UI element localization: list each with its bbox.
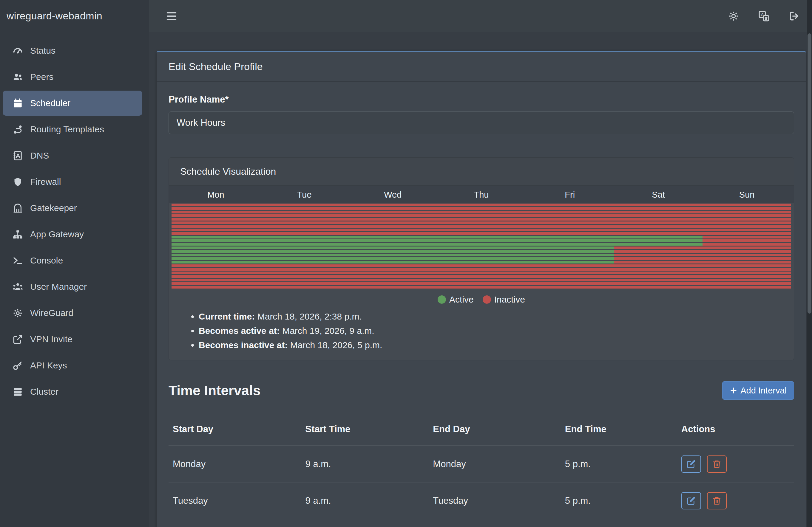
sidebar-item-label: Peers bbox=[30, 72, 54, 82]
sidebar-item-app-gateway[interactable]: App Gateway bbox=[3, 222, 142, 247]
sidebar-item-vpn-invite[interactable]: VPN Invite bbox=[3, 327, 142, 352]
legend-label-active: Active bbox=[449, 295, 474, 305]
sidebar-item-firewall[interactable]: Firewall bbox=[3, 169, 142, 194]
cell-inactive bbox=[526, 225, 614, 228]
cell-inactive bbox=[437, 279, 526, 281]
cell-inactive bbox=[172, 204, 260, 206]
cell-inactive bbox=[702, 246, 791, 249]
cell-inactive bbox=[348, 207, 437, 210]
cell-inactive bbox=[702, 265, 791, 267]
status-label: Becomes inactive at: bbox=[199, 340, 288, 350]
cell-inactive bbox=[172, 286, 260, 288]
cell-inactive bbox=[702, 286, 791, 288]
language-icon[interactable]: A bbox=[758, 11, 770, 22]
cell-inactive bbox=[437, 214, 526, 217]
cell-inactive bbox=[437, 218, 526, 221]
cell-inactive bbox=[702, 236, 791, 239]
cell-inactive bbox=[614, 211, 703, 213]
cell-inactive bbox=[702, 268, 791, 271]
vertical-scrollbar[interactable] bbox=[807, 0, 812, 527]
legend-label-inactive: Inactive bbox=[494, 295, 525, 305]
cell-inactive bbox=[348, 222, 437, 224]
cell-inactive bbox=[614, 232, 703, 235]
cell-inactive bbox=[348, 265, 437, 267]
main-column: A Edit Schedule Profile Profile Name* bbox=[149, 0, 812, 527]
sidebar-item-gatekeeper[interactable]: Gatekeeper bbox=[3, 196, 142, 221]
start-time-cell: 9 a.m. bbox=[301, 446, 429, 483]
edit-interval-button[interactable] bbox=[681, 492, 701, 509]
cell-inactive bbox=[260, 214, 349, 217]
cell-inactive bbox=[526, 218, 614, 221]
sidebar-item-peers[interactable]: Peers bbox=[3, 64, 142, 89]
sidebar-item-cluster[interactable]: Cluster bbox=[3, 379, 142, 404]
cell-inactive bbox=[172, 232, 260, 235]
panel-title: Schedule Visualization bbox=[180, 166, 782, 177]
cell-inactive bbox=[437, 265, 526, 267]
cell-inactive bbox=[348, 204, 437, 206]
delete-interval-button[interactable] bbox=[707, 492, 727, 509]
start-time-cell: 9 a.m. bbox=[301, 483, 429, 519]
key-icon bbox=[11, 360, 24, 371]
cell-inactive bbox=[348, 268, 437, 271]
cell-inactive bbox=[614, 272, 703, 274]
cell-active bbox=[260, 243, 349, 246]
cell-inactive bbox=[526, 286, 614, 288]
start-time-cell: 9 a.m. bbox=[301, 519, 429, 527]
sidebar-item-label: Scheduler bbox=[30, 98, 70, 108]
cell-inactive bbox=[437, 222, 526, 224]
cell-active bbox=[437, 243, 526, 246]
sidebar-item-dns[interactable]: DNS bbox=[3, 143, 142, 168]
cell-active bbox=[526, 236, 614, 239]
cell-inactive bbox=[702, 250, 791, 253]
cell-inactive bbox=[526, 214, 614, 217]
day-label-sun: Sun bbox=[702, 190, 791, 200]
edit-icon bbox=[686, 460, 696, 469]
cell-active bbox=[172, 243, 260, 246]
scrollbar-thumb[interactable] bbox=[808, 33, 811, 314]
sidebar-item-user-manager[interactable]: User Manager bbox=[3, 274, 142, 299]
cell-inactive bbox=[702, 239, 791, 242]
cell-inactive bbox=[614, 214, 703, 217]
hour-row-19 bbox=[172, 272, 791, 274]
cell-inactive bbox=[437, 272, 526, 274]
cell-inactive bbox=[526, 268, 614, 271]
cell-inactive bbox=[702, 232, 791, 235]
theme-sun-icon[interactable] bbox=[728, 11, 739, 22]
sidebar-item-api-keys[interactable]: API Keys bbox=[3, 353, 142, 378]
intervals-table: Start Day Start Time End Day End Time Ac… bbox=[169, 413, 794, 527]
cell-inactive bbox=[702, 211, 791, 213]
cell-inactive bbox=[526, 211, 614, 213]
cell-inactive bbox=[702, 272, 791, 274]
hour-row-14 bbox=[172, 254, 791, 256]
cell-inactive bbox=[260, 225, 349, 228]
sidebar-item-scheduler[interactable]: Scheduler bbox=[3, 91, 142, 116]
add-interval-button[interactable]: Add Interval bbox=[722, 381, 794, 400]
sidebar-item-routing-templates[interactable]: Routing Templates bbox=[3, 117, 142, 142]
card-body: Profile Name* Schedule Visualization Mon… bbox=[157, 82, 806, 527]
cell-inactive bbox=[526, 204, 614, 206]
cell-inactive bbox=[437, 207, 526, 210]
sidebar-item-wireguard[interactable]: WireGuard bbox=[3, 300, 142, 326]
sidebar-item-console[interactable]: Console bbox=[3, 248, 142, 273]
gate-icon bbox=[11, 202, 24, 214]
hamburger-menu-icon[interactable] bbox=[166, 11, 177, 22]
user-group-icon bbox=[11, 281, 24, 292]
cell-inactive bbox=[260, 222, 349, 224]
cell-inactive bbox=[702, 204, 791, 206]
sidebar-item-status[interactable]: Status bbox=[3, 38, 142, 63]
cell-inactive bbox=[526, 232, 614, 235]
delete-interval-button[interactable] bbox=[707, 455, 727, 473]
trash-icon bbox=[712, 460, 722, 469]
cell-inactive bbox=[437, 204, 526, 206]
edit-interval-button[interactable] bbox=[681, 455, 701, 473]
cell-inactive bbox=[437, 275, 526, 278]
cell-active bbox=[526, 254, 614, 256]
cell-inactive bbox=[614, 282, 703, 285]
sidebar-item-label: Console bbox=[30, 255, 63, 266]
logout-icon[interactable] bbox=[789, 11, 800, 22]
sidebar-item-label: VPN Invite bbox=[30, 334, 72, 344]
sidebar-item-label: Firewall bbox=[30, 177, 61, 187]
sidebar-item-label: DNS bbox=[30, 151, 49, 161]
hour-row-10 bbox=[172, 239, 791, 242]
profile-name-input[interactable] bbox=[169, 111, 794, 134]
